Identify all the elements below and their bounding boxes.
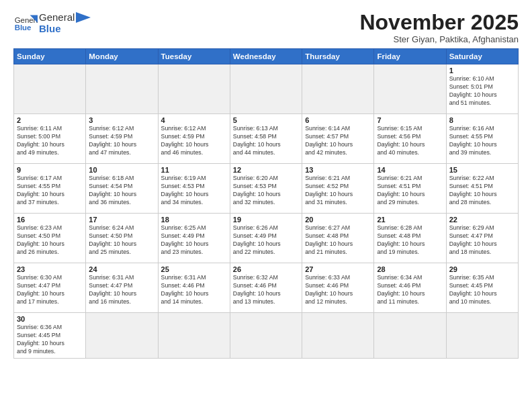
day-28: 28 Sunrise: 6:34 AMSunset: 4:46 PMDaylig… bbox=[374, 263, 446, 313]
day-4: 4 Sunrise: 6:12 AMSunset: 4:59 PMDayligh… bbox=[158, 114, 230, 164]
day-21: 21 Sunrise: 6:28 AMSunset: 4:48 PMDaylig… bbox=[374, 214, 446, 263]
day-info: Sunrise: 6:20 AMSunset: 4:53 PMDaylight:… bbox=[233, 175, 299, 207]
day-number: 28 bbox=[377, 265, 443, 273]
day-number: 25 bbox=[161, 265, 227, 273]
day-info: Sunrise: 6:23 AMSunset: 4:50 PMDaylight:… bbox=[17, 224, 83, 257]
header-row: General Blue General Blue November 2025 … bbox=[13, 11, 519, 44]
day-number: 22 bbox=[449, 216, 515, 224]
empty-cell bbox=[446, 313, 518, 359]
flag-icon bbox=[76, 12, 91, 31]
month-title: November 2025 bbox=[359, 11, 519, 34]
day-18: 18 Sunrise: 6:25 AMSunset: 4:49 PMDaylig… bbox=[158, 214, 230, 263]
day-23: 23 Sunrise: 6:30 AMSunset: 4:47 PMDaylig… bbox=[14, 263, 86, 313]
page: General Blue General Blue November 2025 … bbox=[0, 0, 532, 411]
day-number: 13 bbox=[305, 166, 371, 174]
day-info: Sunrise: 6:12 AMSunset: 4:59 PMDaylight:… bbox=[161, 125, 227, 157]
day-number: 3 bbox=[89, 116, 154, 124]
calendar-row-1: 1 Sunrise: 6:10 AMSunset: 5:01 PMDayligh… bbox=[14, 64, 519, 114]
day-number: 21 bbox=[377, 216, 443, 224]
day-number: 23 bbox=[17, 265, 83, 273]
header-sunday: Sunday bbox=[14, 49, 86, 64]
empty-cell bbox=[14, 64, 86, 114]
day-info: Sunrise: 6:18 AMSunset: 4:54 PMDaylight:… bbox=[89, 175, 154, 207]
day-27: 27 Sunrise: 6:33 AMSunset: 4:46 PMDaylig… bbox=[302, 263, 374, 313]
logo-general: General bbox=[39, 11, 75, 23]
day-number: 19 bbox=[233, 216, 299, 224]
svg-text:Blue: Blue bbox=[15, 24, 32, 32]
day-number: 7 bbox=[377, 116, 443, 124]
day-10: 10 Sunrise: 6:18 AMSunset: 4:54 PMDaylig… bbox=[86, 164, 158, 214]
weekday-header-row: Sunday Monday Tuesday Wednesday Thursday… bbox=[14, 49, 519, 64]
calendar-row-3: 9 Sunrise: 6:17 AMSunset: 4:55 PMDayligh… bbox=[14, 164, 519, 214]
day-number: 4 bbox=[161, 116, 227, 124]
day-11: 11 Sunrise: 6:19 AMSunset: 4:53 PMDaylig… bbox=[158, 164, 230, 214]
day-info: Sunrise: 6:29 AMSunset: 4:47 PMDaylight:… bbox=[449, 224, 515, 257]
day-number: 11 bbox=[161, 166, 227, 174]
day-number: 1 bbox=[449, 66, 515, 75]
day-info: Sunrise: 6:33 AMSunset: 4:46 PMDaylight:… bbox=[305, 274, 371, 306]
day-number: 8 bbox=[449, 116, 515, 124]
header-saturday: Saturday bbox=[446, 49, 518, 64]
day-number: 16 bbox=[17, 216, 83, 224]
empty-cell bbox=[86, 313, 158, 359]
empty-cell bbox=[230, 313, 302, 359]
day-24: 24 Sunrise: 6:31 AMSunset: 4:47 PMDaylig… bbox=[86, 263, 158, 313]
day-info: Sunrise: 6:34 AMSunset: 4:46 PMDaylight:… bbox=[377, 274, 443, 306]
header-friday: Friday bbox=[374, 49, 446, 64]
generalblue-icon: General Blue bbox=[13, 11, 38, 35]
day-number: 10 bbox=[89, 166, 154, 174]
day-1: 1 Sunrise: 6:10 AMSunset: 5:01 PMDayligh… bbox=[446, 64, 518, 114]
empty-cell bbox=[374, 64, 446, 114]
empty-cell bbox=[158, 313, 230, 359]
empty-cell bbox=[302, 313, 374, 359]
day-info: Sunrise: 6:26 AMSunset: 4:49 PMDaylight:… bbox=[233, 224, 299, 257]
day-info: Sunrise: 6:14 AMSunset: 4:57 PMDaylight:… bbox=[305, 125, 371, 157]
day-info: Sunrise: 6:31 AMSunset: 4:46 PMDaylight:… bbox=[161, 274, 227, 306]
day-3: 3 Sunrise: 6:12 AMSunset: 4:59 PMDayligh… bbox=[86, 114, 158, 164]
day-number: 30 bbox=[17, 315, 83, 323]
title-block: November 2025 Ster Giyan, Paktika, Afgha… bbox=[359, 11, 519, 44]
day-14: 14 Sunrise: 6:21 AMSunset: 4:51 PMDaylig… bbox=[374, 164, 446, 214]
calendar-row-6: 30 Sunrise: 6:36 AMSunset: 4:45 PMDaylig… bbox=[14, 313, 519, 359]
day-6: 6 Sunrise: 6:14 AMSunset: 4:57 PMDayligh… bbox=[302, 114, 374, 164]
day-29: 29 Sunrise: 6:35 AMSunset: 4:45 PMDaylig… bbox=[446, 263, 518, 313]
day-info: Sunrise: 6:16 AMSunset: 4:55 PMDaylight:… bbox=[449, 125, 515, 157]
day-13: 13 Sunrise: 6:21 AMSunset: 4:52 PMDaylig… bbox=[302, 164, 374, 214]
day-number: 18 bbox=[161, 216, 227, 224]
day-25: 25 Sunrise: 6:31 AMSunset: 4:46 PMDaylig… bbox=[158, 263, 230, 313]
day-20: 20 Sunrise: 6:27 AMSunset: 4:48 PMDaylig… bbox=[302, 214, 374, 263]
day-info: Sunrise: 6:22 AMSunset: 4:51 PMDaylight:… bbox=[449, 175, 515, 207]
day-number: 17 bbox=[89, 216, 154, 224]
day-info: Sunrise: 6:12 AMSunset: 4:59 PMDaylight:… bbox=[89, 125, 154, 157]
calendar-row-5: 23 Sunrise: 6:30 AMSunset: 4:47 PMDaylig… bbox=[14, 263, 519, 313]
logo: General Blue General Blue bbox=[13, 11, 91, 35]
day-number: 20 bbox=[305, 216, 371, 224]
day-number: 26 bbox=[233, 265, 299, 273]
logo-blue: Blue bbox=[39, 23, 75, 34]
day-number: 29 bbox=[449, 265, 515, 273]
day-number: 5 bbox=[233, 116, 299, 124]
day-number: 12 bbox=[233, 166, 299, 174]
calendar-table: Sunday Monday Tuesday Wednesday Thursday… bbox=[13, 48, 519, 359]
day-16: 16 Sunrise: 6:23 AMSunset: 4:50 PMDaylig… bbox=[14, 214, 86, 263]
header-monday: Monday bbox=[86, 49, 158, 64]
day-number: 9 bbox=[17, 166, 83, 174]
day-number: 6 bbox=[305, 116, 371, 124]
day-info: Sunrise: 6:11 AMSunset: 5:00 PMDaylight:… bbox=[17, 125, 83, 157]
empty-cell bbox=[158, 64, 230, 114]
empty-cell bbox=[374, 313, 446, 359]
day-info: Sunrise: 6:35 AMSunset: 4:45 PMDaylight:… bbox=[449, 274, 515, 306]
empty-cell bbox=[302, 64, 374, 114]
day-info: Sunrise: 6:10 AMSunset: 5:01 PMDaylight:… bbox=[449, 75, 515, 107]
day-number: 2 bbox=[17, 116, 83, 124]
day-19: 19 Sunrise: 6:26 AMSunset: 4:49 PMDaylig… bbox=[230, 214, 302, 263]
header-tuesday: Tuesday bbox=[158, 49, 230, 64]
calendar-row-2: 2 Sunrise: 6:11 AMSunset: 5:00 PMDayligh… bbox=[14, 114, 519, 164]
day-number: 15 bbox=[449, 166, 515, 174]
day-info: Sunrise: 6:36 AMSunset: 4:45 PMDaylight:… bbox=[17, 324, 83, 356]
day-info: Sunrise: 6:21 AMSunset: 4:52 PMDaylight:… bbox=[305, 175, 371, 207]
day-info: Sunrise: 6:17 AMSunset: 4:55 PMDaylight:… bbox=[17, 175, 83, 207]
day-26: 26 Sunrise: 6:32 AMSunset: 4:46 PMDaylig… bbox=[230, 263, 302, 313]
day-info: Sunrise: 6:15 AMSunset: 4:56 PMDaylight:… bbox=[377, 125, 443, 157]
day-info: Sunrise: 6:13 AMSunset: 4:58 PMDaylight:… bbox=[233, 125, 299, 157]
